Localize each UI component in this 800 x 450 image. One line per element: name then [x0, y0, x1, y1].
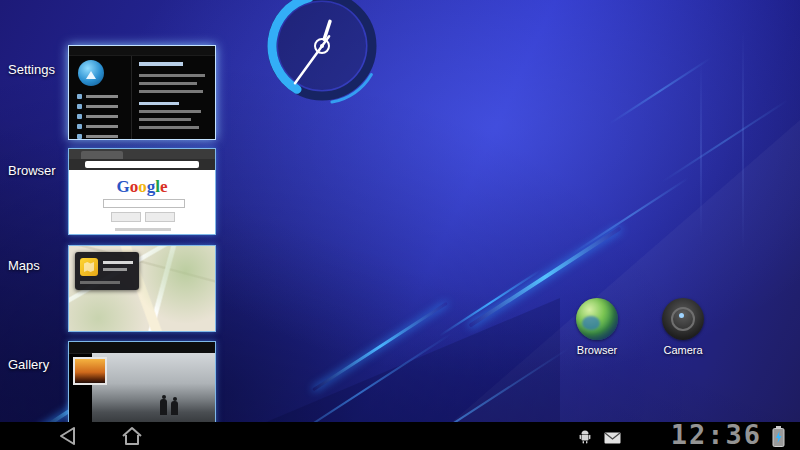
recent-app-label-browser: Browser: [8, 163, 56, 178]
system-bar: 12:36: [0, 422, 800, 450]
google-footer-links: [115, 228, 171, 231]
android-notification-icon[interactable]: [578, 429, 592, 448]
google-logo-letter: g: [147, 177, 156, 197]
wallpaper-line: [700, 60, 702, 240]
recent-app-label-settings: Settings: [8, 62, 55, 77]
recent-app-label-maps: Maps: [8, 258, 40, 273]
home-button[interactable]: [116, 425, 148, 447]
browser-address-bar: [69, 159, 215, 170]
battery-icon: [772, 426, 785, 447]
shortcut-browser-label: Browser: [577, 344, 617, 356]
maps-app-icon: [80, 258, 98, 276]
battery-charging-icon[interactable]: [772, 426, 785, 447]
recent-thumbnail-gallery[interactable]: [68, 341, 216, 430]
photo-person: [171, 401, 178, 415]
wallpaper-streak: [312, 302, 448, 392]
analog-clock-widget[interactable]: [250, 0, 395, 113]
google-logo-letter: G: [116, 177, 129, 197]
google-logo: Google: [69, 177, 215, 197]
photo-person: [160, 399, 167, 415]
android-home-screen: Settings Browser Maps Gallery Google: [0, 0, 800, 450]
google-lucky-button: [145, 212, 175, 222]
google-logo-letter: o: [138, 177, 147, 197]
recent-thumbnail-browser[interactable]: Google: [68, 148, 216, 235]
google-logo-letter: e: [160, 177, 168, 197]
recent-thumbnail-maps[interactable]: [68, 245, 216, 332]
settings-gauge-icon: [78, 60, 104, 86]
browser-globe-icon: [576, 298, 618, 340]
wallpaper-streak: [662, 99, 789, 182]
shortcut-camera-label: Camera: [663, 344, 702, 356]
envelope-icon: [604, 432, 621, 444]
gallery-photo: [92, 353, 215, 429]
recent-thumbnail-settings[interactable]: [68, 45, 216, 140]
camera-lens-icon: [662, 298, 704, 340]
email-notification-icon[interactable]: [604, 430, 621, 448]
analog-clock-icon: [250, 0, 395, 113]
wallpaper-streak: [439, 269, 541, 336]
wallpaper-streak: [609, 57, 711, 124]
google-search-box: [103, 199, 185, 208]
google-logo-letter: o: [130, 177, 139, 197]
home-icon: [116, 425, 148, 447]
status-bar-clock[interactable]: 12:36: [632, 421, 762, 449]
wallpaper-streak: [571, 177, 690, 255]
shortcut-browser[interactable]: Browser: [564, 298, 630, 356]
shortcut-camera[interactable]: Camera: [650, 298, 716, 356]
back-button[interactable]: [52, 425, 84, 447]
browser-tab-bar: [69, 149, 215, 159]
gallery-sunset-thumbnail: [73, 357, 107, 385]
settings-divider: [131, 56, 132, 139]
google-search-button: [111, 212, 141, 222]
back-icon: [52, 425, 84, 447]
recent-app-label-gallery: Gallery: [8, 357, 49, 372]
settings-header-bar: [69, 46, 215, 56]
map-callout: [75, 252, 139, 290]
wallpaper-line: [742, 30, 744, 250]
android-icon: [578, 429, 592, 444]
